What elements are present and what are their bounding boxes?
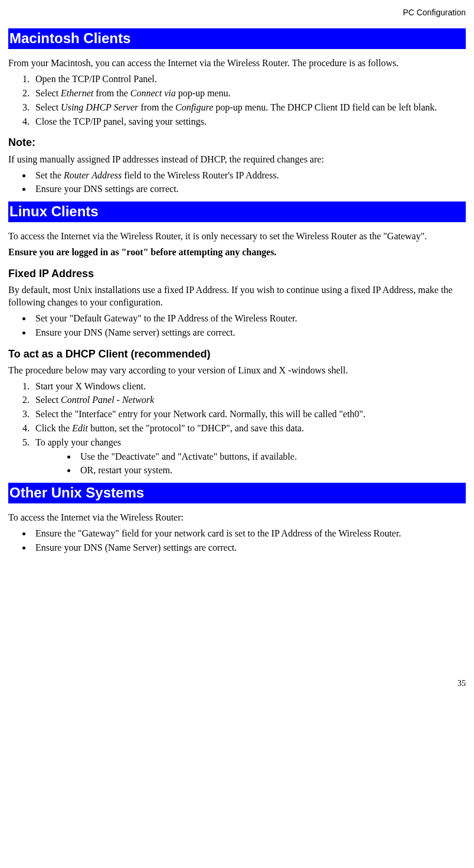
linux-fixed-bullets: Set your "Default Gateway" to the IP Add… bbox=[8, 313, 466, 339]
text-run: field to the Wireless Router's IP Addres… bbox=[122, 170, 279, 180]
text-run: Select bbox=[35, 395, 61, 405]
mac-intro: From your Macintosh, you can access the … bbox=[8, 57, 466, 70]
text-run: Select bbox=[35, 102, 61, 112]
list-item: Ensure your DNS (Name Server) settings a… bbox=[32, 542, 466, 554]
list-item: Ensure your DNS settings are correct. bbox=[32, 183, 466, 196]
text-run: Set the bbox=[35, 170, 64, 180]
text-run: pop-up menu. bbox=[176, 88, 231, 98]
text-run-italic: Connect via bbox=[130, 88, 176, 98]
list-item: Select Using DHCP Server from the Config… bbox=[32, 102, 466, 114]
page-number: 35 bbox=[8, 678, 466, 689]
list-item: Set the Router Address field to the Wire… bbox=[32, 170, 466, 182]
mac-note-intro: If using manually assigned IP addresses … bbox=[8, 154, 466, 166]
list-item: Set your "Default Gateway" to the IP Add… bbox=[32, 313, 466, 325]
text-run: Click the bbox=[35, 423, 72, 433]
text-run-italic: Using DHCP Server bbox=[61, 102, 138, 112]
list-item: Click the Edit button, set the "protocol… bbox=[32, 422, 466, 435]
list-item: Start your X Windows client. bbox=[32, 381, 466, 393]
list-item: Ensure your DNS (Name server) settings a… bbox=[32, 327, 466, 339]
text-run-italic: Ethernet bbox=[61, 88, 93, 98]
text-run: button, set the "protocol" to "DHCP", an… bbox=[88, 423, 304, 433]
linux-dhcp-substeps: Use the "Deactivate" and "Activate" butt… bbox=[35, 451, 466, 477]
text-run-italic: Control Panel - Network bbox=[61, 395, 154, 405]
text-run-italic: Configure bbox=[175, 102, 213, 112]
linux-fixed-intro: By default, most Unix installations use … bbox=[8, 284, 466, 309]
heading-other-unix: Other Unix Systems bbox=[8, 483, 466, 503]
linux-intro: To access the Internet via the Wireless … bbox=[8, 230, 466, 243]
heading-fixed-ip: Fixed IP Address bbox=[8, 267, 466, 281]
text-run: pop-up menu. The DHCP Client ID field ca… bbox=[213, 102, 437, 112]
unix-bullets: Ensure the "Gateway" field for your netw… bbox=[8, 528, 466, 554]
list-item: Use the "Deactivate" and "Activate" butt… bbox=[77, 451, 466, 463]
mac-note-bullets: Set the Router Address field to the Wire… bbox=[8, 170, 466, 196]
heading-dhcp-client: To act as a DHCP Client (recommended) bbox=[8, 347, 466, 361]
unix-intro: To access the Internet via the Wireless … bbox=[8, 512, 466, 524]
linux-root-line: Ensure you are logged in as "root" befor… bbox=[8, 246, 466, 259]
text-run: To apply your changes bbox=[35, 437, 121, 447]
text-run-italic: Edit bbox=[72, 423, 88, 433]
heading-note: Note: bbox=[8, 136, 466, 149]
text-run: from the bbox=[138, 102, 175, 112]
text-run: Select bbox=[35, 88, 61, 98]
text-run: from the bbox=[93, 88, 130, 98]
list-item: OR, restart your system. bbox=[77, 464, 466, 477]
list-item: Ensure the "Gateway" field for your netw… bbox=[32, 528, 466, 540]
linux-dhcp-steps: Start your X Windows client. Select Cont… bbox=[8, 381, 466, 477]
heading-macintosh-clients: Macintosh Clients bbox=[8, 28, 466, 49]
list-item: Close the TCP/IP panel, saving your sett… bbox=[32, 116, 466, 128]
text-run-italic: Router Address bbox=[64, 170, 122, 180]
list-item: Select Control Panel - Network bbox=[32, 394, 466, 407]
list-item: To apply your changes Use the "Deactivat… bbox=[32, 437, 466, 477]
linux-dhcp-intro: The procedure below may vary according t… bbox=[8, 365, 466, 377]
heading-linux-clients: Linux Clients bbox=[8, 201, 466, 222]
running-header: PC Configuration bbox=[8, 7, 466, 18]
mac-steps-list: Open the TCP/IP Control Panel. Select Et… bbox=[8, 73, 466, 128]
list-item: Open the TCP/IP Control Panel. bbox=[32, 73, 466, 86]
list-item: Select Ethernet from the Connect via pop… bbox=[32, 87, 466, 100]
list-item: Select the "Interface" entry for your Ne… bbox=[32, 408, 466, 421]
